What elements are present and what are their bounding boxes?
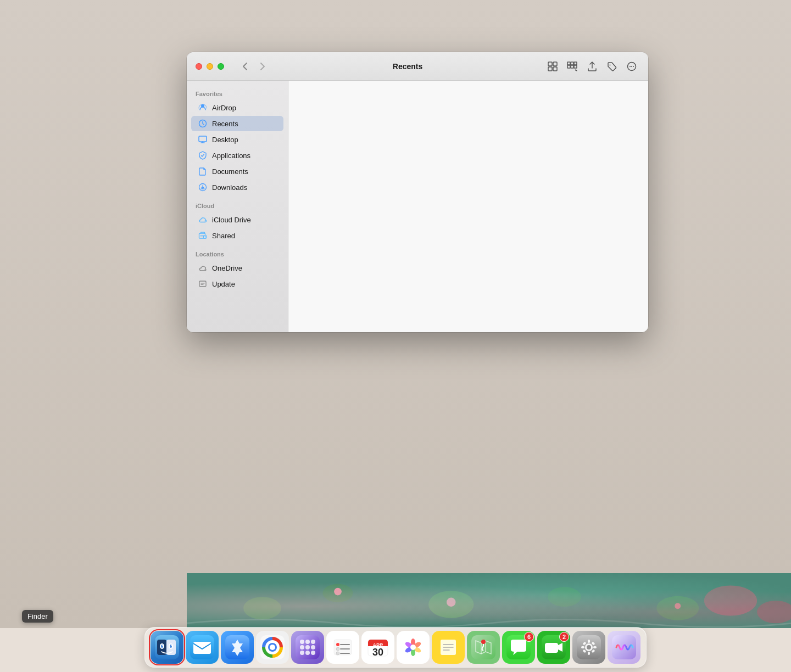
svg-rect-0: [548, 62, 552, 66]
sidebar-item-downloads[interactable]: Downloads: [191, 180, 283, 195]
dock-item-chrome[interactable]: [256, 631, 289, 664]
svg-rect-7: [567, 65, 570, 68]
shared-icon: [198, 231, 208, 240]
sidebar-icloud-drive-label: iCloud Drive: [212, 216, 251, 224]
sidebar-item-airdrop[interactable]: AirDrop: [191, 100, 283, 115]
svg-point-55: [300, 651, 304, 655]
sidebar-item-documents[interactable]: Documents: [191, 164, 283, 179]
svg-point-30: [704, 586, 757, 616]
svg-rect-4: [567, 62, 570, 65]
dock-item-launchpad[interactable]: [291, 631, 324, 664]
back-button[interactable]: [237, 59, 253, 74]
downloads-icon: [198, 182, 208, 192]
svg-point-57: [311, 651, 315, 655]
dock-item-photos[interactable]: [397, 631, 430, 664]
sidebar-recents-label: Recents: [212, 120, 238, 128]
svg-point-94: [587, 645, 591, 649]
svg-rect-9: [574, 65, 577, 68]
dock-container: APR 30: [0, 617, 791, 672]
svg-point-50: [305, 640, 310, 644]
svg-point-49: [300, 640, 304, 644]
svg-rect-98: [593, 646, 597, 648]
sidebar-onedrive-label: OneDrive: [212, 264, 242, 272]
dock-item-reminders[interactable]: [326, 631, 359, 664]
svg-point-37: [162, 645, 163, 646]
icloud-label: iCloud: [187, 199, 288, 211]
sidebar-downloads-label: Downloads: [212, 183, 247, 192]
svg-point-29: [675, 603, 681, 609]
svg-point-79: [410, 645, 416, 650]
svg-point-13: [631, 66, 632, 67]
svg-rect-96: [588, 652, 590, 655]
dock-item-facetime[interactable]: 2: [537, 631, 570, 664]
toolbar-actions: [545, 59, 639, 74]
svg-rect-95: [588, 640, 590, 643]
svg-rect-91: [545, 643, 558, 653]
svg-point-40: [171, 645, 172, 646]
finder-sidebar: Favorites AirDrop: [187, 81, 288, 332]
view-icon-button[interactable]: [545, 59, 560, 74]
finder-body: Favorites AirDrop: [187, 81, 648, 332]
dock-item-calendar[interactable]: APR 30: [361, 631, 394, 664]
dock-item-siri[interactable]: [608, 631, 640, 664]
svg-point-10: [610, 64, 611, 65]
svg-rect-3: [553, 67, 557, 71]
finder-toolbar: Recents: [187, 52, 648, 81]
sidebar-item-recents[interactable]: Recents: [191, 116, 283, 131]
messages-badge: 6: [524, 632, 534, 642]
svg-rect-16: [199, 136, 207, 142]
window-title: Recents: [277, 62, 538, 71]
close-button[interactable]: [196, 63, 202, 70]
sidebar-item-applications[interactable]: Applications: [191, 148, 283, 163]
forward-button[interactable]: [255, 59, 270, 74]
locations-label: Locations: [187, 248, 288, 260]
onedrive-icon: [198, 263, 208, 273]
view-options-button[interactable]: [565, 59, 580, 74]
svg-point-51: [311, 640, 315, 644]
dock-item-notes[interactable]: [432, 631, 465, 664]
minimize-button[interactable]: [207, 63, 213, 70]
svg-point-56: [305, 651, 310, 655]
svg-rect-2: [548, 67, 552, 71]
update-icon: [198, 279, 208, 289]
sidebar-airdrop-label: AirDrop: [212, 104, 236, 112]
svg-text:30: 30: [372, 647, 383, 658]
sidebar-applications-label: Applications: [212, 152, 250, 160]
svg-point-27: [334, 588, 342, 596]
dock-item-appstore[interactable]: [221, 631, 254, 664]
maximize-button[interactable]: [218, 63, 224, 70]
svg-rect-1: [553, 62, 557, 66]
dock-item-settings[interactable]: [572, 631, 605, 664]
applications-icon: [198, 150, 208, 160]
icloud-drive-icon: [198, 215, 208, 225]
svg-point-62: [336, 647, 339, 651]
sidebar-desktop-label: Desktop: [212, 136, 238, 144]
dock-item-mail[interactable]: [186, 631, 219, 664]
svg-point-24: [428, 591, 474, 618]
svg-point-47: [270, 645, 275, 650]
sidebar-item-onedrive[interactable]: OneDrive: [191, 260, 283, 276]
sidebar-item-icloud-drive[interactable]: iCloud Drive: [191, 212, 283, 227]
svg-point-23: [323, 584, 353, 602]
sidebar-item-update[interactable]: Update: [191, 276, 283, 292]
svg-point-36: [161, 645, 163, 648]
recents-icon: [198, 119, 208, 128]
tag-button[interactable]: [604, 59, 620, 74]
sidebar-item-shared[interactable]: Shared: [191, 228, 283, 243]
svg-rect-42: [193, 642, 211, 654]
svg-point-25: [548, 587, 581, 607]
facetime-badge: 2: [559, 632, 569, 642]
nav-buttons: [237, 59, 270, 74]
svg-point-39: [170, 645, 172, 648]
sidebar-documents-label: Documents: [212, 167, 248, 176]
share-button[interactable]: [584, 59, 600, 74]
svg-rect-97: [581, 646, 584, 648]
sidebar-update-label: Update: [212, 280, 235, 288]
more-options-button[interactable]: [624, 59, 639, 74]
sidebar-item-desktop[interactable]: Desktop: [191, 132, 283, 147]
svg-point-88: [481, 640, 486, 644]
dock-item-maps[interactable]: [467, 631, 500, 664]
dock-item-messages[interactable]: 6: [502, 631, 535, 664]
svg-rect-85: [471, 635, 495, 659]
dock-item-finder[interactable]: [151, 631, 183, 664]
